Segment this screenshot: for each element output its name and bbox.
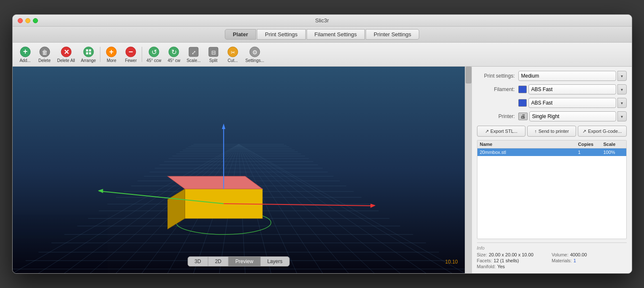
tab-printer-settings[interactable]: Printer Settings <box>366 29 419 40</box>
printer-label: Printer: <box>477 113 515 119</box>
tab-print-settings[interactable]: Print Settings <box>257 29 305 40</box>
maximize-button[interactable] <box>33 18 38 23</box>
svg-rect-9 <box>86 52 88 54</box>
filament1-arrow[interactable]: ▾ <box>617 84 627 94</box>
rotate-cw-button[interactable]: ↻ 45° cw <box>164 44 183 65</box>
printer-row: Printer: 🖨 Single Right ▾ <box>477 111 627 121</box>
split-button[interactable]: ⊟ Split <box>204 44 223 65</box>
cut-icon: ✂ <box>227 46 239 58</box>
col-name: Name <box>477 140 576 148</box>
more-button[interactable]: + More <box>102 44 121 65</box>
view-tabs: 3D 2D Preview Layers <box>187 256 289 266</box>
info-volume-label: Volume: <box>552 252 569 257</box>
filament-label: Filament: <box>477 86 515 92</box>
svg-text:⤢: ⤢ <box>191 49 196 56</box>
add-label: Add... <box>19 58 30 63</box>
print-settings-select-wrap: Medium ▾ <box>518 71 627 81</box>
fewer-button[interactable]: − Fewer <box>121 44 140 65</box>
svg-text:+: + <box>109 48 114 56</box>
export-gcode-icon: ↗ <box>582 129 586 134</box>
info-facets-value: 12 (1 shells) <box>494 258 519 263</box>
tab-preview[interactable]: Preview <box>229 257 261 266</box>
send-printer-icon: ↑ <box>534 129 537 134</box>
add-icon: + <box>19 46 31 58</box>
filament-row-2: ABS Fast ▾ <box>477 98 627 108</box>
delete-all-label: Delete All <box>57 58 75 63</box>
svg-text:↺: ↺ <box>151 48 156 56</box>
cut-button[interactable]: ✂ Cut... <box>224 44 242 65</box>
filament2-color-swatch[interactable] <box>518 99 527 107</box>
filament1-color-swatch[interactable] <box>518 86 527 93</box>
printer-arrow[interactable]: ▾ <box>617 111 627 121</box>
minimize-button[interactable] <box>25 18 30 23</box>
info-size-label: Size: <box>477 252 487 257</box>
svg-text:↻: ↻ <box>171 48 177 56</box>
printer-select[interactable]: Single Right <box>529 111 616 121</box>
printer-select-wrap: 🖨 Single Right ▾ <box>518 111 627 121</box>
filament1-select[interactable]: ABS Fast <box>528 84 616 94</box>
printer-icon: 🖨 <box>518 113 528 120</box>
col-copies: Copies <box>576 140 601 148</box>
app-window: Slic3r Plater Print Settings Filament Se… <box>12 14 632 274</box>
rotate-cw-icon: ↻ <box>168 46 180 58</box>
file-name: 20mmbox.stl <box>477 148 576 156</box>
close-button[interactable] <box>18 18 23 23</box>
info-size-row: Size: 20.00 x 20.00 x 10.00 <box>477 252 552 257</box>
export-gcode-label: Export G-code... <box>588 129 622 134</box>
zoom-display: 10.10 <box>445 259 458 265</box>
export-gcode-button[interactable]: ↗ Export G-code... <box>578 126 627 137</box>
export-stl-button[interactable]: ↗ Export STL... <box>477 126 526 137</box>
toolbar-separator-2 <box>142 47 142 62</box>
print-settings-arrow[interactable]: ▾ <box>617 71 627 81</box>
delete-all-button[interactable]: ✕ Delete All <box>55 44 78 65</box>
send-to-printer-button[interactable]: ↑ Send to printer <box>527 126 576 137</box>
arrange-button[interactable]: Arrange <box>78 44 99 65</box>
scale-icon: ⤢ <box>188 46 199 58</box>
arrange-icon <box>83 46 94 58</box>
info-manifold-value: Yes <box>497 264 505 269</box>
settings-icon: ⚙ <box>249 46 261 58</box>
svg-text:🗑: 🗑 <box>42 49 48 56</box>
cut-label: Cut... <box>228 58 238 63</box>
add-button[interactable]: + Add... <box>16 44 35 65</box>
filament-row-1: Filament: ABS Fast ▾ <box>477 84 627 94</box>
settings-button[interactable]: ⚙ Settings... <box>243 44 267 65</box>
tab-plater[interactable]: Plater <box>225 29 256 40</box>
info-grid: Size: 20.00 x 20.00 x 10.00 Volume: 4000… <box>477 252 627 269</box>
svg-text:⚙: ⚙ <box>252 49 258 56</box>
traffic-lights <box>18 18 38 23</box>
scrollbar-vertical[interactable] <box>465 67 472 273</box>
tab-filament-settings[interactable]: Filament Settings <box>307 29 365 40</box>
svg-rect-7 <box>86 49 88 51</box>
delete-all-icon: ✕ <box>60 46 72 58</box>
tab-layers[interactable]: Layers <box>261 257 289 266</box>
send-printer-label: Send to printer <box>539 129 569 134</box>
info-section: Info Size: 20.00 x 20.00 x 10.00 Volume:… <box>477 242 627 269</box>
svg-text:−: − <box>129 48 133 56</box>
print-settings-select[interactable]: Medium <box>518 71 616 81</box>
main-area: 3D 2D Preview Layers 10.10 Print setting… <box>13 67 632 273</box>
viewport-container[interactable]: 3D 2D Preview Layers 10.10 <box>13 67 465 273</box>
table-row[interactable]: 20mmbox.stl 1 100% <box>477 148 626 156</box>
svg-rect-27 <box>13 67 465 273</box>
tab-3d[interactable]: 3D <box>188 257 208 266</box>
action-buttons: ↗ Export STL... ↑ Send to printer ↗ Expo… <box>477 126 627 137</box>
window-title: Slic3r <box>315 17 329 24</box>
more-icon: + <box>105 46 117 58</box>
info-materials-label: Materials: <box>552 258 572 263</box>
print-settings-row: Print settings: Medium ▾ <box>477 71 627 81</box>
toolbar: + Add... 🗑 Delete ✕ Delete All <box>13 43 632 67</box>
filament2-select[interactable]: ABS Fast <box>528 98 616 108</box>
info-materials-row: Materials: 1 <box>552 258 627 263</box>
delete-button[interactable]: 🗑 Delete <box>35 44 54 65</box>
scrollbar-thumb[interactable] <box>466 67 472 83</box>
scale-button[interactable]: ⤢ Scale... <box>184 44 203 65</box>
col-scale: Scale <box>601 140 626 148</box>
right-panel: Print settings: Medium ▾ Filament: ABS F… <box>472 67 632 273</box>
more-label: More <box>107 58 116 63</box>
rotate-ccw-button[interactable]: ↺ 45° ccw <box>144 44 164 65</box>
svg-text:⊟: ⊟ <box>211 49 216 56</box>
file-table: Name Copies Scale 20mmbox.stl 1 100% <box>477 140 627 239</box>
tab-2d[interactable]: 2D <box>208 257 229 266</box>
filament2-arrow[interactable]: ▾ <box>617 98 627 108</box>
